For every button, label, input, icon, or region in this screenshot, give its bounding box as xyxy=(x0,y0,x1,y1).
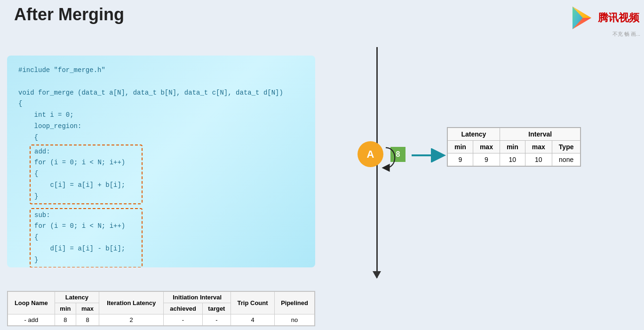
right-cell-lat-min: 9 xyxy=(448,153,473,166)
col-achieved: achieved xyxy=(164,303,202,314)
right-table: Latency Interval min max min max Type 9 … xyxy=(447,127,581,167)
table-row: - add 8 8 2 - - 4 no xyxy=(8,314,315,326)
page-title: After Merging xyxy=(14,5,124,24)
right-table-row: 9 9 10 10 none xyxy=(448,153,580,166)
sub-loop-box: sub: for (i = 0; i < N; i++) { d[i] = a[… xyxy=(30,208,143,267)
col-loop-name: Loop Name xyxy=(8,292,55,314)
right-col-int-max: max xyxy=(525,141,552,153)
cell-achieved: - xyxy=(164,314,202,326)
right-col-int-min: min xyxy=(500,141,525,153)
code-panel: #include "for_merge.h" void for_merge (d… xyxy=(7,56,315,267)
right-arrow-icon xyxy=(412,148,447,162)
cell-pipelined: no xyxy=(275,314,315,326)
cell-lat-min: 8 xyxy=(55,314,76,326)
right-cell-type: none xyxy=(552,153,580,166)
cell-iter-latency: 2 xyxy=(99,314,163,326)
col-iter-latency: Iteration Latency xyxy=(99,292,163,314)
col-trip-count: Trip Count xyxy=(231,292,275,314)
right-col-lat-min: min xyxy=(448,141,473,153)
sub-loop-code: sub: for (i = 0; i < N; i++) { d[i] = a[… xyxy=(34,210,138,266)
col-lat-min: min xyxy=(55,303,76,314)
add-loop-box: add: for (i = 0; i < N; i++) { c[i] = a[… xyxy=(30,145,143,204)
col-lat-max: max xyxy=(76,303,99,314)
add-loop-code: add: for (i = 0; i < N; i++) { c[i] = a[… xyxy=(34,146,138,202)
bottom-table: Loop Name Latency Iteration Latency Init… xyxy=(7,291,315,326)
col-initiation-group: Initiation Interval xyxy=(164,292,231,303)
diagram-area: A 8 Latency Interval xyxy=(320,47,536,278)
right-cell-lat-max: 9 xyxy=(473,153,500,166)
right-col-interval: Interval xyxy=(500,128,580,141)
cell-loop-name: - add xyxy=(8,314,55,326)
right-cell-int-max: 10 xyxy=(525,153,552,166)
watermark-text: 不充 畅 画... xyxy=(612,31,640,38)
logo-text: 腾讯视频 xyxy=(598,11,639,25)
col-target: target xyxy=(202,303,231,314)
node-a: A xyxy=(358,141,383,167)
tencent-logo-icon xyxy=(569,5,595,31)
vertical-arrow-icon xyxy=(373,271,381,279)
col-pipelined: Pipelined xyxy=(275,292,315,314)
code-content: #include "for_merge.h" void for_merge (d… xyxy=(18,65,304,144)
col-latency-group: Latency xyxy=(55,292,99,303)
logo-area: 腾讯视频 xyxy=(569,5,639,31)
right-col-lat-max: max xyxy=(473,141,500,153)
right-cell-int-min: 10 xyxy=(500,153,525,166)
right-col-latency: Latency xyxy=(448,128,500,141)
cell-target: - xyxy=(202,314,231,326)
cell-trip-count: 4 xyxy=(231,314,275,326)
right-col-type: Type xyxy=(552,141,580,153)
cell-lat-max: 8 xyxy=(76,314,99,326)
